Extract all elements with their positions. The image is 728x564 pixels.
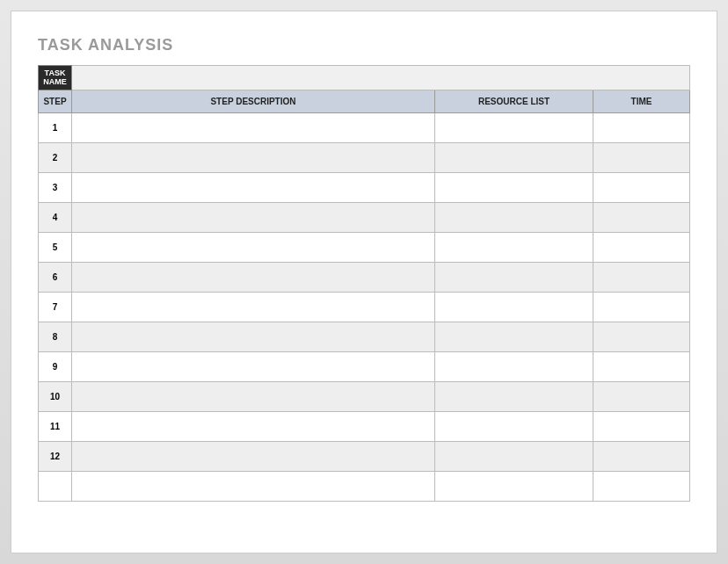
time-value: [593, 233, 689, 263]
resource-list: [434, 293, 593, 322]
step-description: [72, 173, 435, 203]
step-number: 6: [39, 263, 72, 293]
table-row: 3: [39, 173, 690, 203]
step-description: [72, 472, 435, 502]
page-title: TASK ANALYSIS: [38, 36, 690, 54]
resource-list: [434, 442, 593, 472]
resource-list: [434, 322, 593, 352]
table-row: 9: [39, 352, 690, 382]
resource-list: [434, 113, 593, 143]
step-description: [72, 113, 435, 143]
resource-list: [434, 203, 593, 233]
table-row: 7: [39, 293, 690, 322]
column-header-resource: RESOURCE LIST: [434, 90, 593, 113]
table-row: 6: [39, 263, 690, 293]
task-name-value: [72, 66, 690, 90]
table-row: 8: [39, 322, 690, 352]
column-header-description: STEP DESCRIPTION: [72, 90, 435, 113]
time-value: [593, 263, 689, 293]
resource-list: [434, 382, 593, 412]
step-description: [72, 143, 435, 173]
step-description: [72, 233, 435, 263]
step-number: 9: [39, 352, 72, 382]
step-number: 2: [39, 143, 72, 173]
step-description: [72, 263, 435, 293]
time-value: [593, 382, 689, 412]
time-value: [593, 173, 689, 203]
table-row: 5: [39, 233, 690, 263]
resource-list: [434, 233, 593, 263]
analysis-table: TASKNAME STEP STEP DESCRIPTION RESOURCE …: [38, 65, 690, 502]
step-number: 8: [39, 322, 72, 352]
step-number: 11: [39, 412, 72, 442]
step-number: 4: [39, 203, 72, 233]
time-value: [593, 203, 689, 233]
step-number: 1: [39, 113, 72, 143]
time-value: [593, 322, 689, 352]
step-number: [39, 472, 72, 502]
resource-list: [434, 352, 593, 382]
time-value: [593, 352, 689, 382]
table-row: 12: [39, 442, 690, 472]
table-row: 2: [39, 143, 690, 173]
table-row: 1: [39, 113, 690, 143]
step-description: [72, 293, 435, 322]
resource-list: [434, 263, 593, 293]
task-analysis-table: TASKNAME STEP STEP DESCRIPTION RESOURCE …: [38, 65, 690, 502]
step-number: 7: [39, 293, 72, 322]
time-value: [593, 442, 689, 472]
table-row: [39, 472, 690, 502]
resource-list: [434, 173, 593, 203]
step-description: [72, 442, 435, 472]
table-row: 11: [39, 412, 690, 442]
step-description: [72, 322, 435, 352]
time-value: [593, 143, 689, 173]
resource-list: [434, 412, 593, 442]
resource-list: [434, 472, 593, 502]
column-header-time: TIME: [593, 90, 689, 113]
time-value: [593, 113, 689, 143]
table-row: 4: [39, 203, 690, 233]
time-value: [593, 472, 689, 502]
step-description: [72, 382, 435, 412]
column-header-row: STEP STEP DESCRIPTION RESOURCE LIST TIME: [39, 90, 690, 113]
step-number: 5: [39, 233, 72, 263]
task-name-row: TASKNAME: [39, 66, 690, 90]
time-value: [593, 293, 689, 322]
step-description: [72, 203, 435, 233]
resource-list: [434, 143, 593, 173]
step-description: [72, 352, 435, 382]
task-name-header: TASKNAME: [39, 66, 72, 90]
document-page: TASK ANALYSIS TASKNAME STEP STEP DESCRIP…: [11, 11, 717, 553]
table-row: 10: [39, 382, 690, 412]
time-value: [593, 412, 689, 442]
step-number: 12: [39, 442, 72, 472]
step-description: [72, 412, 435, 442]
step-number: 3: [39, 173, 72, 203]
column-header-step: STEP: [39, 90, 72, 113]
step-number: 10: [39, 382, 72, 412]
